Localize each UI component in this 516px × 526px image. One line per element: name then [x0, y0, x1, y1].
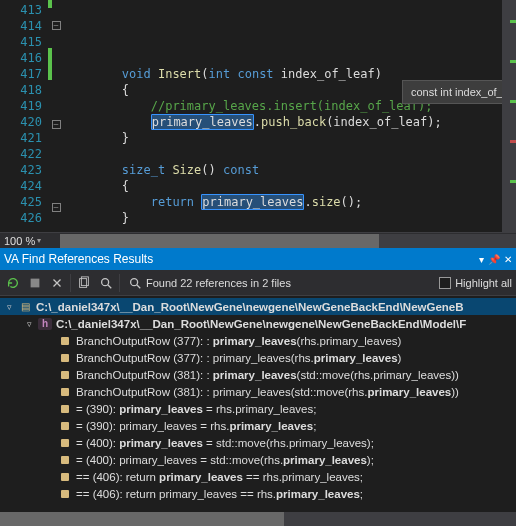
- match-icon: [58, 420, 72, 432]
- scrollbar-thumb[interactable]: [60, 234, 379, 248]
- tree-file-node[interactable]: ▿hC:\_daniel347x\__Dan_Root\NewGene\newg…: [0, 315, 516, 332]
- tree-twisty[interactable]: ▿: [4, 302, 14, 312]
- line-number: 415: [0, 34, 42, 50]
- fold-column[interactable]: −−−: [48, 0, 64, 232]
- tree-node-text: BranchOutputRow (381): : primary_leaves(…: [76, 369, 459, 381]
- zoom-value: 100 %: [4, 235, 35, 247]
- code-line[interactable]: [64, 226, 502, 232]
- match-icon: [58, 471, 72, 483]
- header-file-icon: h: [38, 318, 52, 330]
- editor-horizontal-scrollbar[interactable]: [60, 234, 516, 248]
- find-button[interactable]: [97, 274, 115, 292]
- fold-toggle: [48, 53, 64, 69]
- fold-toggle: [48, 184, 64, 200]
- fold-toggle: [48, 136, 64, 152]
- tree-node-text: BranchOutputRow (381): : primary_leaves(…: [76, 386, 459, 398]
- fold-toggle[interactable]: −: [48, 120, 64, 136]
- svg-rect-0: [31, 278, 40, 287]
- close-icon[interactable]: ✕: [504, 254, 512, 265]
- results-status: Found 22 references in 2 files: [128, 276, 291, 290]
- clear-button[interactable]: [48, 274, 66, 292]
- match-icon: [58, 488, 72, 500]
- code-line[interactable]: return primary_leaves.size();: [64, 194, 502, 210]
- tree-match-node[interactable]: BranchOutputRow (381): : primary_leaves(…: [0, 366, 516, 383]
- scrollbar-thumb[interactable]: [0, 512, 284, 526]
- line-number: 420: [0, 114, 42, 130]
- fold-toggle[interactable]: −: [48, 21, 64, 37]
- tree-twisty[interactable]: ▿: [24, 319, 34, 329]
- editor-bottom-bar: 100 % ▾: [0, 232, 516, 248]
- code-line[interactable]: [64, 146, 502, 162]
- tree-node-text: == (406): return primary_leaves == rhs.p…: [76, 471, 363, 483]
- highlight-all-checkbox[interactable]: Highlight all: [439, 277, 512, 289]
- tree-match-node[interactable]: == (406): return primary_leaves == rhs.p…: [0, 468, 516, 485]
- code-line[interactable]: primary_leaves.push_back(index_of_leaf);: [64, 114, 502, 130]
- panel-title-bar[interactable]: VA Find References Results ▾ 📌 ✕: [0, 248, 516, 270]
- code-line[interactable]: {: [64, 178, 502, 194]
- line-number: 422: [0, 146, 42, 162]
- tree-match-node[interactable]: BranchOutputRow (377): : primary_leaves(…: [0, 332, 516, 349]
- chevron-down-icon: ▾: [37, 236, 41, 245]
- line-number: 417: [0, 66, 42, 82]
- tree-node-text: C:\_daniel347x\__Dan_Root\NewGene\newgen…: [56, 318, 466, 330]
- checkbox-box[interactable]: [439, 277, 451, 289]
- line-number: 418: [0, 82, 42, 98]
- tree-match-node[interactable]: BranchOutputRow (377): : primary_leaves(…: [0, 349, 516, 366]
- fold-toggle: [48, 2, 64, 18]
- match-icon: [58, 437, 72, 449]
- results-horizontal-scrollbar[interactable]: [0, 512, 516, 526]
- results-toolbar: Found 22 references in 2 files Highlight…: [0, 270, 516, 296]
- line-number: 423: [0, 162, 42, 178]
- editor-vertical-scrollbar[interactable]: [502, 0, 516, 232]
- svg-point-3: [102, 278, 109, 285]
- tree-match-node[interactable]: = (400): primary_leaves = std::move(rhs.…: [0, 451, 516, 468]
- refresh-button[interactable]: [4, 274, 22, 292]
- match-icon: [58, 403, 72, 415]
- line-number: 425: [0, 194, 42, 210]
- tree-node-text: = (390): primary_leaves = rhs.primary_le…: [76, 403, 316, 415]
- stop-button[interactable]: [26, 274, 44, 292]
- fold-toggle: [48, 101, 64, 117]
- results-tree[interactable]: ▿▤C:\_daniel347x\__Dan_Root\NewGene\newg…: [0, 296, 516, 512]
- line-number: 414: [0, 18, 42, 34]
- code-line[interactable]: }: [64, 210, 502, 226]
- code-line[interactable]: [64, 50, 502, 66]
- code-editor[interactable]: 4134144154164174184194204214224234244254…: [0, 0, 516, 232]
- tree-match-node[interactable]: = (390): primary_leaves = rhs.primary_le…: [0, 417, 516, 434]
- tree-node-text: C:\_daniel347x\__Dan_Root\NewGene\newgen…: [36, 301, 464, 313]
- copy-button[interactable]: [75, 274, 93, 292]
- zoom-level-dropdown[interactable]: 100 % ▾: [0, 235, 60, 247]
- fold-toggle[interactable]: −: [48, 203, 64, 219]
- tree-match-node[interactable]: BranchOutputRow (381): : primary_leaves(…: [0, 383, 516, 400]
- tree-project-node[interactable]: ▿▤C:\_daniel347x\__Dan_Root\NewGene\newg…: [0, 298, 516, 315]
- panel-menu-icon[interactable]: ▾: [479, 254, 484, 265]
- line-number: 426: [0, 210, 42, 226]
- tree-node-text: == (406): return primary_leaves == rhs.p…: [76, 488, 363, 500]
- panel-title-text: VA Find References Results: [4, 252, 153, 266]
- line-number-gutter: 4134144154164174184194204214224234244254…: [0, 0, 48, 232]
- project-icon: ▤: [18, 301, 32, 313]
- fold-toggle: [48, 168, 64, 184]
- code-line[interactable]: }: [64, 130, 502, 146]
- fold-toggle: [48, 152, 64, 168]
- line-number: 421: [0, 130, 42, 146]
- match-icon: [58, 335, 72, 347]
- tree-node-text: BranchOutputRow (377): : primary_leaves(…: [76, 352, 401, 364]
- match-icon: [58, 369, 72, 381]
- tree-match-node[interactable]: = (400): primary_leaves = std::move(rhs.…: [0, 434, 516, 451]
- tree-node-text: = (400): primary_leaves = std::move(rhs.…: [76, 437, 374, 449]
- match-icon: [58, 454, 72, 466]
- tree-match-node[interactable]: = (390): primary_leaves = rhs.primary_le…: [0, 400, 516, 417]
- tree-match-node[interactable]: == (406): return primary_leaves == rhs.p…: [0, 485, 516, 502]
- pin-icon[interactable]: 📌: [488, 254, 500, 265]
- search-icon: [128, 276, 142, 290]
- code-area[interactable]: void Insert(int const index_of_leaf) { /…: [64, 0, 502, 232]
- match-icon: [58, 386, 72, 398]
- code-line[interactable]: size_t Size() const: [64, 162, 502, 178]
- line-number: 413: [0, 2, 42, 18]
- line-number: 419: [0, 98, 42, 114]
- svg-point-4: [131, 278, 138, 285]
- tree-node-text: = (390): primary_leaves = rhs.primary_le…: [76, 420, 316, 432]
- line-number: 416: [0, 50, 42, 66]
- match-icon: [58, 352, 72, 364]
